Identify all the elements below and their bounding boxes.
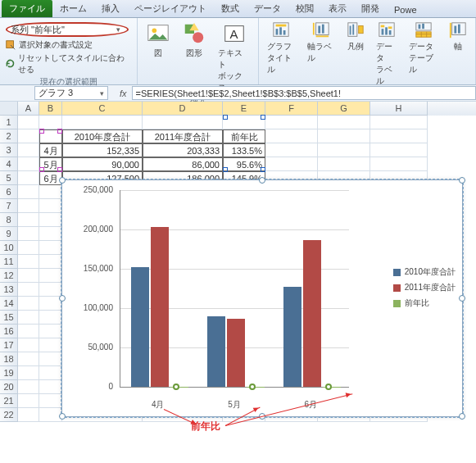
cell[interactable] [18, 283, 39, 297]
cell[interactable] [265, 116, 318, 129]
tab-insert[interactable]: 挿入 [94, 0, 127, 17]
cell[interactable] [18, 199, 39, 213]
cell[interactable] [39, 380, 62, 394]
cell[interactable] [18, 116, 39, 129]
chart-element-selector[interactable]: 系列 "前年比" [6, 22, 129, 37]
col-header[interactable]: F [265, 102, 318, 116]
tab-view[interactable]: 表示 [321, 0, 354, 17]
legend-button[interactable]: 凡例 [342, 20, 369, 89]
cell[interactable]: 2011年度合計 [143, 129, 223, 143]
series-point[interactable] [173, 384, 179, 390]
legend-item[interactable]: 前年比 [393, 297, 456, 309]
cell[interactable] [39, 325, 62, 338]
tab-data[interactable]: データ [247, 0, 288, 17]
cell[interactable] [18, 394, 39, 408]
cell[interactable] [39, 227, 62, 241]
row-header[interactable]: 6 [0, 185, 18, 199]
cell[interactable] [39, 311, 62, 325]
bar[interactable] [303, 240, 321, 387]
tab-formula[interactable]: 数式 [214, 0, 247, 17]
legend-item[interactable]: 2010年度合計 [393, 266, 456, 278]
textbox-button[interactable]: Aテキスト ボックス [213, 20, 255, 95]
row-header[interactable]: 3 [0, 143, 18, 157]
axis-button[interactable]: 軸 [444, 20, 472, 89]
legend-item[interactable]: 2011年度合計 [393, 282, 456, 293]
col-header[interactable]: D [143, 102, 223, 116]
format-selection-button[interactable]: 選択対象の書式設定 [3, 39, 134, 52]
cell[interactable] [39, 283, 62, 297]
row-header[interactable]: 18 [0, 352, 18, 366]
cell[interactable] [265, 129, 318, 143]
bar[interactable] [207, 316, 225, 387]
cell[interactable] [18, 408, 39, 422]
cell[interactable] [62, 116, 143, 129]
row-header[interactable]: 8 [0, 213, 18, 227]
data-table-button[interactable]: データ テーブル [404, 20, 442, 89]
cell[interactable]: 133.5% [223, 143, 265, 157]
cell[interactable] [18, 157, 39, 171]
bar[interactable] [283, 287, 301, 387]
cell[interactable] [18, 213, 39, 227]
series-point[interactable] [249, 384, 256, 390]
cell[interactable]: 95.6% [223, 157, 265, 171]
bar[interactable] [151, 227, 169, 387]
col-header[interactable]: G [318, 102, 370, 116]
cell[interactable] [39, 213, 62, 227]
cell[interactable] [39, 366, 62, 380]
select-all-corner[interactable] [0, 102, 18, 116]
cell[interactable] [18, 380, 39, 394]
resize-handle[interactable] [259, 177, 265, 184]
cell[interactable] [39, 185, 62, 199]
picture-button[interactable]: 図 [141, 20, 175, 95]
row-header[interactable]: 12 [0, 269, 18, 283]
cell[interactable] [39, 255, 62, 269]
cell[interactable] [370, 116, 428, 129]
tab-layout[interactable]: ページレイアウト [127, 0, 214, 17]
cell[interactable] [39, 394, 62, 408]
cell[interactable] [318, 129, 370, 143]
cell[interactable] [39, 352, 62, 366]
row-header[interactable]: 20 [0, 380, 18, 394]
tab-home[interactable]: ホーム [52, 0, 94, 17]
col-header[interactable]: E [223, 102, 265, 116]
row-header[interactable]: 17 [0, 338, 18, 352]
cell[interactable]: 152,335 [62, 143, 143, 157]
cell[interactable]: 4月 [39, 143, 62, 157]
row-header[interactable]: 2 [0, 129, 18, 143]
cell[interactable] [39, 269, 62, 283]
cell[interactable] [223, 116, 265, 129]
data-label-button[interactable]: データ ラベル [371, 20, 402, 89]
cell[interactable] [18, 241, 39, 255]
cell[interactable] [18, 171, 39, 185]
cell[interactable]: 86,000 [143, 157, 223, 171]
row-header[interactable]: 9 [0, 227, 18, 241]
col-header[interactable]: H [370, 102, 428, 116]
formula-input[interactable]: =SERIES(Sheet1!$E$2,Sheet1!$B$3:$B$5,She… [132, 86, 476, 100]
cell[interactable] [18, 297, 39, 311]
resize-handle[interactable] [459, 177, 465, 184]
cell[interactable]: 2010年度合計 [62, 129, 143, 143]
fx-icon[interactable]: fx [120, 89, 127, 98]
row-header[interactable]: 4 [0, 157, 18, 171]
chart-title-button[interactable]: グラフ タイトル [262, 20, 301, 89]
resize-handle[interactable] [459, 413, 465, 420]
row-header[interactable]: 10 [0, 241, 18, 255]
row-header[interactable]: 21 [0, 394, 18, 408]
cell[interactable] [39, 338, 62, 352]
reset-style-button[interactable]: リセットしてスタイルに合わせる [3, 52, 134, 76]
cell[interactable] [18, 143, 39, 157]
resize-handle[interactable] [59, 295, 66, 302]
cell[interactable] [318, 116, 370, 129]
row-header[interactable]: 19 [0, 366, 18, 380]
cell[interactable] [18, 269, 39, 283]
cell[interactable] [143, 116, 223, 129]
shapes-button[interactable]: 図形 [177, 20, 211, 95]
series-point[interactable] [325, 384, 332, 390]
cell[interactable] [18, 185, 39, 199]
cell[interactable] [265, 157, 318, 171]
cell[interactable]: 203,333 [143, 143, 223, 157]
resize-handle[interactable] [459, 295, 465, 302]
col-header[interactable]: C [62, 102, 143, 116]
cell[interactable] [370, 143, 428, 157]
cell[interactable] [39, 116, 62, 129]
